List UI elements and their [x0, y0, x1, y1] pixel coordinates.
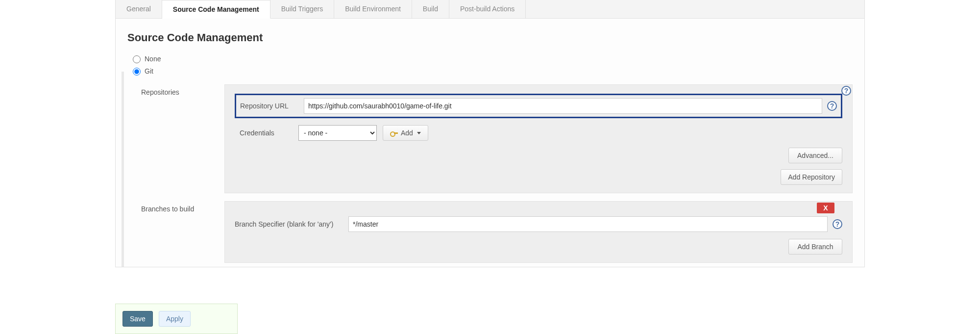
tab-post-build[interactable]: Post-build Actions [449, 0, 526, 18]
config-tabs: General Source Code Management Build Tri… [116, 0, 864, 19]
add-credential-label: Add [401, 129, 413, 137]
scm-radio-git[interactable] [133, 68, 141, 76]
add-branch-button[interactable]: Add Branch [788, 239, 842, 255]
tab-build-env[interactable]: Build Environment [334, 0, 412, 18]
tab-build[interactable]: Build [412, 0, 449, 18]
help-icon[interactable]: ? [827, 101, 837, 111]
repo-url-highlight: Repository URL ? [235, 94, 842, 118]
repositories-panel: ? Repository URL ? Credentials - none - [224, 84, 853, 193]
section-title: Source Code Management [127, 31, 853, 44]
scm-radio-none-label[interactable]: None [145, 55, 161, 63]
add-repository-button[interactable]: Add Repository [781, 169, 842, 185]
branches-panel: X Branch Specifier (blank for 'any') ? A… [224, 201, 853, 263]
tab-build-triggers[interactable]: Build Triggers [270, 0, 335, 18]
repo-url-label: Repository URL [240, 102, 304, 110]
chevron-down-icon [417, 132, 421, 134]
credentials-label: Credentials [240, 129, 298, 137]
tab-general[interactable]: General [116, 0, 162, 18]
remove-branch-button[interactable]: X [817, 203, 834, 213]
advanced-button[interactable]: Advanced... [788, 148, 842, 163]
section-accent [122, 72, 124, 267]
help-icon[interactable]: ? [833, 219, 842, 229]
scm-radio-git-label[interactable]: Git [145, 67, 153, 75]
help-icon[interactable]: ? [841, 86, 851, 96]
key-icon [390, 130, 398, 135]
add-credential-button[interactable]: Add [383, 125, 428, 141]
branch-specifier-label: Branch Specifier (blank for 'any') [235, 220, 348, 228]
repo-url-input[interactable] [304, 98, 822, 114]
tab-scm[interactable]: Source Code Management [162, 0, 270, 19]
branch-specifier-input[interactable] [348, 216, 828, 232]
repositories-label: Repositories [141, 84, 224, 96]
branches-label: Branches to build [141, 201, 224, 213]
scm-radio-none[interactable] [133, 55, 141, 63]
credentials-select[interactable]: - none - [298, 125, 377, 141]
